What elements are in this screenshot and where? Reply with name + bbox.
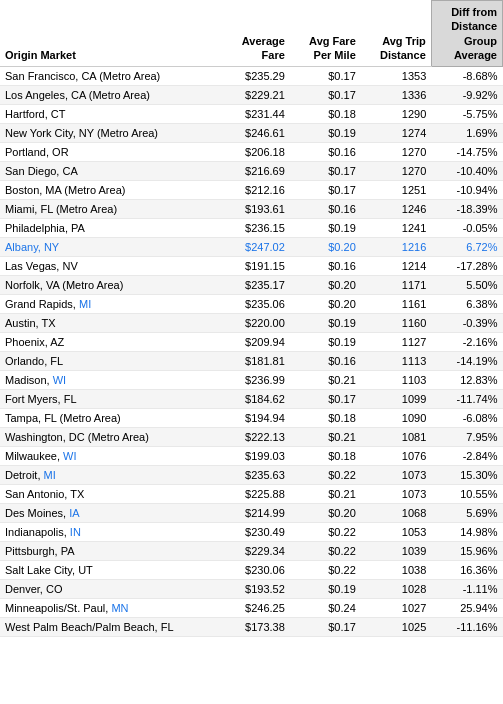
table-row: Philadelphia, PA$236.15$0.191241-0.05% (0, 219, 503, 238)
market-cell: Boston, MA (Metro Area) (0, 181, 223, 200)
per-mile-cell: $0.19 (290, 314, 361, 333)
table-row: Washington, DC (Metro Area)$222.13$0.211… (0, 428, 503, 447)
distance-cell: 1270 (361, 143, 432, 162)
market-cell: Phoenix, AZ (0, 333, 223, 352)
diff-cell: 6.38% (431, 295, 502, 314)
per-mile-cell: $0.20 (290, 276, 361, 295)
per-mile-cell: $0.18 (290, 105, 361, 124)
diff-cell: 15.30% (431, 466, 502, 485)
fare-cell: $231.44 (223, 105, 289, 124)
fare-cell: $230.49 (223, 523, 289, 542)
market-cell: Philadelphia, PA (0, 219, 223, 238)
diff-cell: -0.39% (431, 314, 502, 333)
market-cell: Los Angeles, CA (Metro Area) (0, 86, 223, 105)
table-row: Salt Lake City, UT$230.06$0.22103816.36% (0, 561, 503, 580)
fare-cell: $236.99 (223, 371, 289, 390)
per-mile-cell: $0.16 (290, 143, 361, 162)
table-row: Detroit, MI$235.63$0.22107315.30% (0, 466, 503, 485)
diff-cell: 15.96% (431, 542, 502, 561)
per-mile-cell: $0.22 (290, 542, 361, 561)
per-mile-cell: $0.21 (290, 428, 361, 447)
state-highlight: WI (53, 374, 66, 386)
main-table-container: Origin Market Average Fare Avg Fare Per … (0, 0, 503, 637)
market-cell: San Francisco, CA (Metro Area) (0, 67, 223, 86)
diff-cell: -1.11% (431, 580, 502, 599)
state-highlight: MI (79, 298, 91, 310)
per-mile-cell: $0.22 (290, 466, 361, 485)
diff-cell: 12.83% (431, 371, 502, 390)
distance-cell: 1246 (361, 200, 432, 219)
fare-cell: $184.62 (223, 390, 289, 409)
state-highlight: IA (69, 507, 79, 519)
table-row: New York City, NY (Metro Area)$246.61$0.… (0, 124, 503, 143)
fare-cell: $199.03 (223, 447, 289, 466)
market-cell: West Palm Beach/Palm Beach, FL (0, 618, 223, 637)
distance-cell: 1076 (361, 447, 432, 466)
table-row: Indianapolis, IN$230.49$0.22105314.98% (0, 523, 503, 542)
col-diff-from-group: Diff from Distance Group Average (431, 1, 502, 67)
per-mile-cell: $0.18 (290, 409, 361, 428)
per-mile-cell: $0.21 (290, 485, 361, 504)
fare-cell: $235.06 (223, 295, 289, 314)
per-mile-cell: $0.19 (290, 333, 361, 352)
per-mile-cell: $0.16 (290, 257, 361, 276)
fare-cell: $212.16 (223, 181, 289, 200)
distance-cell: 1090 (361, 409, 432, 428)
col-origin-market: Origin Market (0, 1, 223, 67)
distance-cell: 1081 (361, 428, 432, 447)
col-average-fare: Average Fare (223, 1, 289, 67)
distance-cell: 1274 (361, 124, 432, 143)
market-cell: Des Moines, IA (0, 504, 223, 523)
market-cell: Milwaukee, WI (0, 447, 223, 466)
data-table: Origin Market Average Fare Avg Fare Per … (0, 0, 503, 637)
distance-cell: 1073 (361, 466, 432, 485)
fare-cell: $181.81 (223, 352, 289, 371)
table-row: Miami, FL (Metro Area)$193.61$0.161246-1… (0, 200, 503, 219)
market-cell: New York City, NY (Metro Area) (0, 124, 223, 143)
fare-cell: $214.99 (223, 504, 289, 523)
diff-cell: 5.69% (431, 504, 502, 523)
diff-cell: 5.50% (431, 276, 502, 295)
diff-cell: 6.72% (431, 238, 502, 257)
distance-cell: 1103 (361, 371, 432, 390)
per-mile-cell: $0.24 (290, 599, 361, 618)
distance-cell: 1214 (361, 257, 432, 276)
fare-cell: $206.18 (223, 143, 289, 162)
distance-cell: 1270 (361, 162, 432, 181)
table-row: Portland, OR$206.18$0.161270-14.75% (0, 143, 503, 162)
diff-cell: -6.08% (431, 409, 502, 428)
diff-cell: 1.69% (431, 124, 502, 143)
col-avg-fare-per-mile: Avg Fare Per Mile (290, 1, 361, 67)
state-highlight: WI (63, 450, 76, 462)
col-avg-trip-distance: Avg Trip Distance (361, 1, 432, 67)
market-cell: Pittsburgh, PA (0, 542, 223, 561)
market-cell: San Diego, CA (0, 162, 223, 181)
distance-cell: 1073 (361, 485, 432, 504)
distance-cell: 1241 (361, 219, 432, 238)
diff-cell: -0.05% (431, 219, 502, 238)
diff-cell: 14.98% (431, 523, 502, 542)
distance-cell: 1127 (361, 333, 432, 352)
diff-cell: 16.36% (431, 561, 502, 580)
table-row: Austin, TX$220.00$0.191160-0.39% (0, 314, 503, 333)
distance-cell: 1336 (361, 86, 432, 105)
table-row: Minneapolis/St. Paul, MN$246.25$0.241027… (0, 599, 503, 618)
table-row: Hartford, CT$231.44$0.181290-5.75% (0, 105, 503, 124)
market-cell: Washington, DC (Metro Area) (0, 428, 223, 447)
fare-cell: $229.34 (223, 542, 289, 561)
table-row: Pittsburgh, PA$229.34$0.22103915.96% (0, 542, 503, 561)
fare-cell: $173.38 (223, 618, 289, 637)
diff-cell: -17.28% (431, 257, 502, 276)
fare-cell: $235.29 (223, 67, 289, 86)
table-row: Fort Myers, FL$184.62$0.171099-11.74% (0, 390, 503, 409)
table-row: Des Moines, IA$214.99$0.2010685.69% (0, 504, 503, 523)
market-cell: Grand Rapids, MI (0, 295, 223, 314)
diff-cell: -2.84% (431, 447, 502, 466)
per-mile-cell: $0.17 (290, 390, 361, 409)
per-mile-cell: $0.22 (290, 561, 361, 580)
per-mile-cell: $0.22 (290, 523, 361, 542)
distance-cell: 1099 (361, 390, 432, 409)
per-mile-cell: $0.17 (290, 181, 361, 200)
distance-cell: 1160 (361, 314, 432, 333)
table-row: San Francisco, CA (Metro Area)$235.29$0.… (0, 67, 503, 86)
